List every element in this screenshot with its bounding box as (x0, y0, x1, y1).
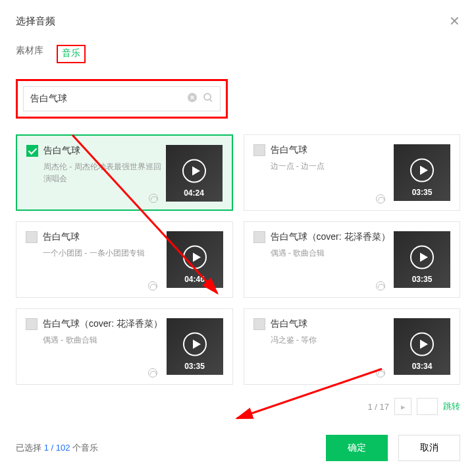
tab-library[interactable]: 素材库 (16, 45, 43, 63)
search-icon[interactable] (203, 92, 213, 105)
play-icon[interactable] (183, 245, 207, 269)
thumbnail[interactable]: 03:35 (394, 231, 450, 288)
results-grid: 告白气球 周杰伦 - 周杰伦地表最强世界巡回演唱会 04:24 告白气球 边一点… (16, 134, 460, 385)
tab-music[interactable]: 音乐 (57, 45, 86, 63)
card-title: 告白气球 (271, 318, 307, 330)
audio-card[interactable]: 告白气球 一个小团团 - 一条小团团专辑 04:46 (16, 221, 233, 298)
tabs: 素材库 音乐 (16, 45, 460, 63)
card-subtitle: 偶遇 - 歌曲合辑 (271, 247, 394, 259)
confirm-button[interactable]: 确定 (326, 435, 388, 461)
checkbox-icon[interactable] (26, 145, 38, 157)
jump-link[interactable]: 跳转 (443, 401, 460, 412)
thumbnail[interactable]: 03:35 (167, 318, 223, 375)
duration: 03:35 (394, 188, 450, 197)
svg-point-1 (204, 94, 211, 100)
pagination: 1 / 17 ▸ 跳转 (16, 398, 460, 415)
duration: 03:34 (394, 362, 450, 371)
card-subtitle: 一个小团团 - 一条小团团专辑 (43, 247, 167, 259)
card-subtitle: 冯之鉴 - 等你 (271, 334, 394, 346)
modal-title: 选择音频 (16, 15, 55, 28)
headphones-icon (376, 194, 385, 204)
duration: 04:46 (167, 275, 223, 284)
headphones-icon (376, 368, 385, 377)
audio-card[interactable]: 告白气球 边一点 - 边一点 03:35 (244, 134, 461, 211)
card-title: 告白气球（cover: 花泽香菜） (271, 231, 390, 243)
close-icon[interactable]: ✕ (449, 13, 460, 29)
thumbnail[interactable]: 04:46 (167, 231, 223, 288)
audio-card[interactable]: 告白气球（cover: 花泽香菜） 偶遇 - 歌曲合辑 03:35 (16, 308, 233, 385)
page-input[interactable] (417, 398, 438, 415)
audio-card[interactable]: 告白气球（cover: 花泽香菜） 偶遇 - 歌曲合辑 03:35 (244, 221, 461, 298)
duration: 04:24 (166, 188, 223, 198)
card-subtitle: 边一点 - 边一点 (271, 160, 394, 172)
checkbox-icon[interactable] (26, 318, 38, 330)
search-highlight (16, 79, 228, 119)
search-input[interactable] (30, 94, 182, 104)
thumbnail[interactable]: 03:34 (394, 318, 450, 375)
play-icon[interactable] (183, 332, 207, 356)
checkbox-icon[interactable] (253, 144, 265, 156)
footer: 已选择 1 / 102 个音乐 确定 取消 (16, 435, 460, 461)
thumbnail[interactable]: 03:35 (394, 144, 450, 201)
play-icon[interactable] (182, 159, 206, 182)
checkbox-icon[interactable] (26, 231, 38, 243)
cancel-button[interactable]: 取消 (398, 435, 460, 461)
selected-count-text: 已选择 1 / 102 个音乐 (16, 442, 315, 454)
clear-icon[interactable] (187, 92, 198, 105)
card-title: 告白气球 (43, 145, 80, 157)
audio-card[interactable]: 告白气球 冯之鉴 - 等你 03:34 (244, 308, 461, 385)
checkbox-icon[interactable] (253, 318, 265, 330)
card-title: 告白气球（cover: 花泽香菜） (43, 318, 163, 330)
card-subtitle: 偶遇 - 歌曲合辑 (43, 334, 167, 346)
card-title: 告白气球 (271, 144, 307, 156)
play-icon[interactable] (410, 245, 434, 269)
duration: 03:35 (167, 362, 223, 371)
card-title: 告白气球 (43, 231, 80, 243)
thumbnail[interactable]: 04:24 (166, 145, 223, 202)
audio-card[interactable]: 告白气球 周杰伦 - 周杰伦地表最强世界巡回演唱会 04:24 (16, 134, 233, 211)
card-subtitle: 周杰伦 - 周杰伦地表最强世界巡回演唱会 (43, 161, 166, 184)
play-icon[interactable] (410, 158, 434, 182)
search-box (23, 86, 221, 111)
headphones-icon (149, 194, 158, 203)
headphones-icon (376, 281, 385, 291)
duration: 03:35 (394, 275, 450, 284)
next-page-button[interactable]: ▸ (394, 398, 411, 415)
page-indicator: 1 / 17 (367, 402, 389, 412)
headphones-icon (148, 281, 157, 291)
play-icon[interactable] (410, 332, 434, 356)
headphones-icon (148, 368, 157, 377)
checkbox-icon[interactable] (253, 231, 265, 243)
